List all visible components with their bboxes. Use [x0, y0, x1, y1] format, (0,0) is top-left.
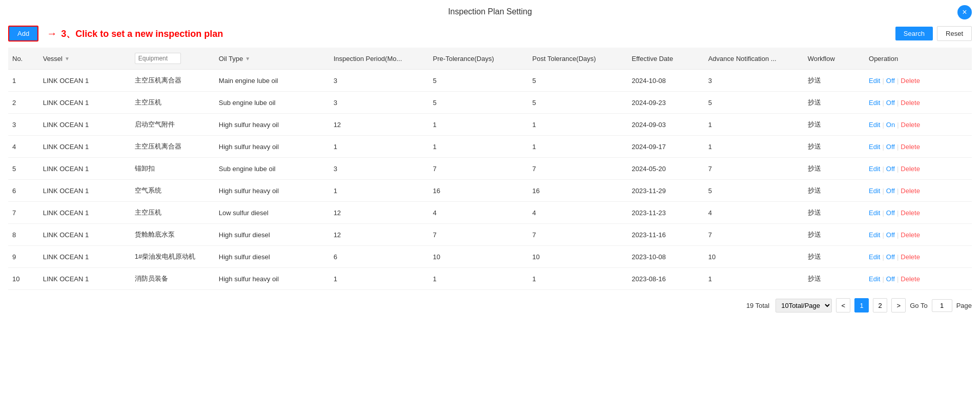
table-row: 3 LINK OCEAN 1 启动空气附件 High sulfur heavy … [8, 114, 972, 136]
table-header-row: No. Vessel ▼ Oil Type ▼ Inspection [8, 48, 972, 70]
op-delete-link[interactable]: Delete [901, 121, 921, 129]
op-separator: | [897, 99, 899, 107]
cell-operation: Edit|Off|Delete [865, 158, 972, 180]
cell-posttol: 10 [528, 246, 628, 268]
toolbar-right: Search Reset [895, 26, 972, 41]
op-edit-link[interactable]: Edit [869, 143, 880, 151]
page-label: Page [956, 302, 972, 309]
cell-vessel: LINK OCEAN 1 [39, 136, 131, 158]
op-on-link[interactable]: On [886, 121, 895, 129]
cell-equipment: 空气系统 [131, 180, 215, 202]
cell-advnotif: 7 [704, 158, 804, 180]
cell-vessel: LINK OCEAN 1 [39, 180, 131, 202]
pagination-bar: 19 Total 10Total/Page20Total/Page50Total… [0, 290, 980, 321]
cell-oiltype: Low sulfur diesel [215, 202, 330, 224]
op-separator: | [882, 165, 884, 173]
cell-effdate: 2023-11-29 [628, 180, 704, 202]
op-edit-link[interactable]: Edit [869, 187, 880, 195]
search-button[interactable]: Search [895, 27, 933, 40]
op-separator: | [897, 143, 899, 151]
cell-workflow: 抄送 [804, 92, 865, 114]
op-off-link[interactable]: Off [886, 99, 895, 107]
op-off-link[interactable]: Off [886, 209, 895, 217]
cell-pretol: 4 [429, 202, 528, 224]
cell-period: 3 [330, 158, 429, 180]
op-delete-link[interactable]: Delete [901, 165, 920, 173]
cell-no: 8 [8, 224, 39, 246]
cell-vessel: LINK OCEAN 1 [39, 224, 131, 246]
op-separator: | [897, 253, 899, 261]
op-edit-link[interactable]: Edit [869, 253, 880, 261]
op-delete-link[interactable]: Delete [901, 209, 920, 217]
op-delete-link[interactable]: Delete [901, 275, 920, 283]
op-edit-link[interactable]: Edit [869, 165, 880, 173]
op-delete-link[interactable]: Delete [901, 99, 920, 107]
op-delete-link[interactable]: Delete [901, 77, 920, 85]
col-pretol: Pre-Tolerance(Days) [429, 48, 528, 70]
op-off-link[interactable]: Off [886, 77, 895, 85]
cell-posttol: 1 [528, 114, 628, 136]
cell-no: 2 [8, 92, 39, 114]
vessel-sort-icon[interactable]: ▼ [65, 56, 70, 61]
op-delete-link[interactable]: Delete [901, 143, 920, 151]
cell-pretol: 16 [429, 180, 528, 202]
cell-operation: Edit|Off|Delete [865, 180, 972, 202]
cell-posttol: 1 [528, 136, 628, 158]
cell-period: 12 [330, 114, 429, 136]
cell-posttol: 4 [528, 202, 628, 224]
add-annotation: → 3、Click to set a new inspection plan [47, 28, 223, 40]
op-off-link[interactable]: Off [886, 143, 895, 151]
page-size-select[interactable]: 10Total/Page20Total/Page50Total/Page [775, 299, 832, 312]
equipment-filter-input[interactable] [135, 53, 181, 64]
cell-vessel: LINK OCEAN 1 [39, 70, 131, 92]
col-oiltype: Oil Type ▼ [215, 48, 330, 70]
oiltype-sort-icon[interactable]: ▼ [245, 56, 250, 61]
reset-button[interactable]: Reset [937, 26, 972, 41]
prev-page-button[interactable]: < [836, 298, 850, 312]
op-delete-link[interactable]: Delete [901, 253, 920, 261]
cell-no: 10 [8, 268, 39, 290]
page-2-button[interactable]: 2 [873, 298, 887, 312]
table-row: 9 LINK OCEAN 1 1#柴油发电机原动机 High sulfur di… [8, 246, 972, 268]
cell-no: 3 [8, 114, 39, 136]
op-off-link[interactable]: Off [886, 187, 895, 195]
next-page-button[interactable]: > [891, 298, 906, 312]
cell-period: 3 [330, 92, 429, 114]
close-button[interactable]: × [957, 5, 972, 19]
cell-vessel: LINK OCEAN 1 [39, 114, 131, 136]
op-separator: | [882, 77, 884, 85]
op-edit-link[interactable]: Edit [869, 275, 880, 283]
cell-operation: Edit|Off|Delete [865, 268, 972, 290]
cell-posttol: 5 [528, 92, 628, 114]
page-title: Inspection Plan Setting [448, 7, 532, 16]
page-1-button[interactable]: 1 [854, 298, 869, 312]
op-edit-link[interactable]: Edit [869, 77, 880, 85]
cell-operation: Edit|Off|Delete [865, 92, 972, 114]
cell-workflow: 抄送 [804, 268, 865, 290]
cell-operation: Edit|On|Delete3'、You can also edit the i… [865, 114, 972, 136]
op-delete-link[interactable]: Delete [901, 187, 920, 195]
op-off-link[interactable]: Off [886, 231, 895, 239]
cell-workflow: 抄送 [804, 246, 865, 268]
op-off-link[interactable]: Off [886, 275, 895, 283]
op-off-link[interactable]: Off [886, 253, 895, 261]
op-edit-link[interactable]: Edit [869, 99, 880, 107]
cell-vessel: LINK OCEAN 1 [39, 92, 131, 114]
op-off-link[interactable]: Off [886, 165, 895, 173]
cell-advnotif: 10 [704, 246, 804, 268]
op-edit-link[interactable]: Edit [869, 121, 880, 129]
cell-posttol: 16 [528, 180, 628, 202]
add-button[interactable]: Add [8, 26, 38, 41]
op-edit-link[interactable]: Edit [869, 209, 880, 217]
col-vessel: Vessel ▼ [39, 48, 131, 70]
goto-input[interactable] [932, 299, 952, 312]
op-separator: | [882, 209, 884, 217]
cell-equipment: 1#柴油发电机原动机 [131, 246, 215, 268]
cell-pretol: 1 [429, 136, 528, 158]
cell-effdate: 2024-09-03 [628, 114, 704, 136]
cell-advnotif: 7 [704, 224, 804, 246]
op-delete-link[interactable]: Delete [901, 231, 920, 239]
op-edit-link[interactable]: Edit [869, 231, 880, 239]
op-separator: | [882, 231, 884, 239]
cell-no: 4 [8, 136, 39, 158]
